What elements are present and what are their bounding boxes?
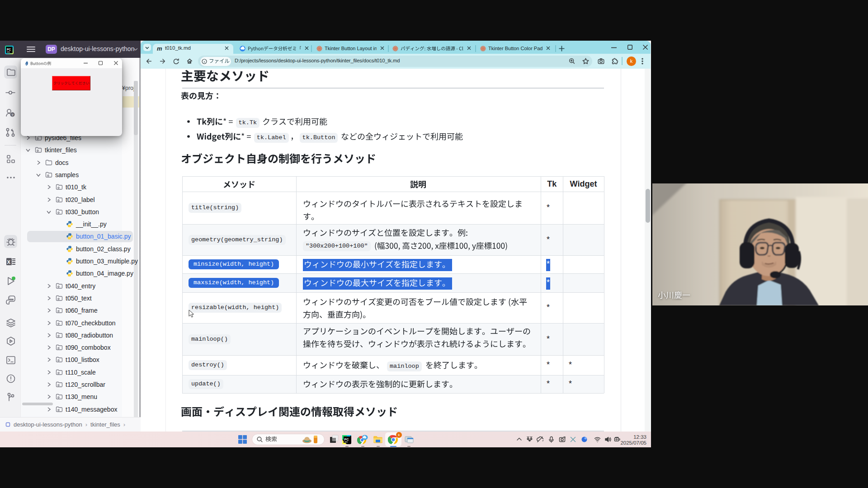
svg-text:PC: PC (7, 48, 11, 51)
svg-text:PC: PC (344, 438, 349, 441)
svg-text:?: ? (11, 113, 14, 117)
svg-text:X: X (7, 259, 11, 265)
